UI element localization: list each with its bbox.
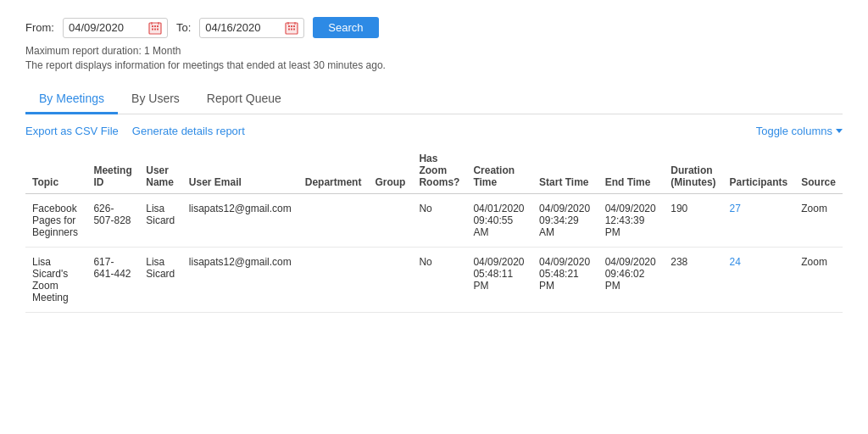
max-duration-note: Maximum report duration: 1 Month [25,45,843,57]
col-creation-time: CreationTime [466,147,532,194]
cell-department [298,248,369,313]
cell-user-email: lisapats12@gmail.com [182,248,298,313]
col-participants: Participants [723,147,795,194]
toggle-columns-button[interactable]: Toggle columns [756,125,843,137]
from-date-wrapper[interactable] [63,18,168,38]
cell-user-name: Lisa Sicard [139,194,182,248]
cell-participants[interactable]: 27 [723,194,795,248]
svg-rect-7 [157,28,159,30]
cell-group [368,194,412,248]
cell-end-time: 04/09/2020 09:46:02 PM [598,248,665,313]
cell-topic: Facebook Pages for Beginners [25,194,86,248]
toolbar-left: Export as CSV File Generate details repo… [25,125,245,137]
col-source: Source [794,147,843,194]
cell-meeting-id: 626-507-828 [86,194,139,248]
svg-rect-5 [152,28,153,30]
cell-has-zoom-rooms: No [412,248,466,313]
to-date-wrapper[interactable] [199,18,304,38]
svg-rect-6 [154,28,156,30]
cell-source: Zoom [794,248,843,313]
cell-group [368,248,412,313]
tab-report-queue[interactable]: Report Queue [193,85,295,114]
col-end-time: End Time [598,147,665,194]
cell-start-time: 04/09/2020 09:34:29 AM [532,194,598,248]
from-label: From: [25,21,54,34]
svg-rect-17 [293,28,295,30]
cell-creation-time: 04/01/2020 09:40:55 AM [466,194,532,248]
col-has-zoom-rooms: HasZoomRooms? [412,147,466,194]
col-meeting-id: MeetingID [86,147,139,194]
svg-rect-14 [293,25,295,27]
svg-rect-16 [291,28,292,30]
toggle-columns-label: Toggle columns [756,125,832,137]
cell-has-zoom-rooms: No [412,194,466,248]
participants-link[interactable]: 24 [730,256,741,268]
cell-meeting-id: 617-641-442 [86,248,139,313]
to-calendar-icon[interactable] [285,21,298,35]
cell-topic: Lisa Sicard's Zoom Meeting [25,248,86,313]
export-csv-link[interactable]: Export as CSV File [25,125,119,137]
svg-rect-12 [288,25,290,27]
svg-rect-13 [291,25,292,27]
participants-link[interactable]: 27 [730,203,741,214]
col-start-time: Start Time [532,147,598,194]
from-calendar-icon[interactable] [148,21,162,35]
svg-rect-4 [157,25,159,27]
svg-rect-2 [152,25,153,27]
cell-creation-time: 04/09/2020 05:48:11 PM [466,248,532,313]
cell-user-name: Lisa Sicard [139,248,182,313]
cell-participants[interactable]: 24 [723,248,795,313]
disclaimer-note: The report displays information for meet… [25,59,843,71]
search-button[interactable]: Search [313,17,378,38]
filter-row: From: To: Sear [25,17,843,38]
table-header-row: Topic MeetingID UserName User Email Depa… [25,147,843,194]
col-user-email: User Email [182,147,298,194]
generate-details-link[interactable]: Generate details report [132,125,245,137]
table-row: Lisa Sicard's Zoom Meeting617-641-442Lis… [25,248,843,313]
tab-by-users[interactable]: By Users [118,85,193,114]
col-user-name: UserName [139,147,182,194]
col-topic: Topic [25,147,86,194]
to-date-input[interactable] [205,21,281,34]
cell-start-time: 04/09/2020 05:48:21 PM [532,248,598,313]
cell-duration: 238 [664,248,722,313]
cell-user-email: lisapats12@gmail.com [182,194,298,248]
cell-source: Zoom [794,194,843,248]
chevron-down-icon [836,129,843,133]
meetings-table: Topic MeetingID UserName User Email Depa… [25,147,843,313]
from-date-input[interactable] [69,21,145,34]
svg-rect-3 [154,25,156,27]
toolbar: Export as CSV File Generate details repo… [25,125,843,137]
col-department: Department [298,147,369,194]
col-duration: Duration(Minutes) [664,147,722,194]
col-group: Group [368,147,412,194]
tabs-container: By Meetings By Users Report Queue [25,85,843,114]
to-label: To: [176,21,191,34]
cell-duration: 190 [664,194,722,248]
svg-rect-15 [288,28,290,30]
cell-department [298,194,369,248]
cell-end-time: 04/09/2020 12:43:39 PM [598,194,665,248]
table-row: Facebook Pages for Beginners626-507-828L… [25,194,843,248]
tab-by-meetings[interactable]: By Meetings [25,85,118,114]
